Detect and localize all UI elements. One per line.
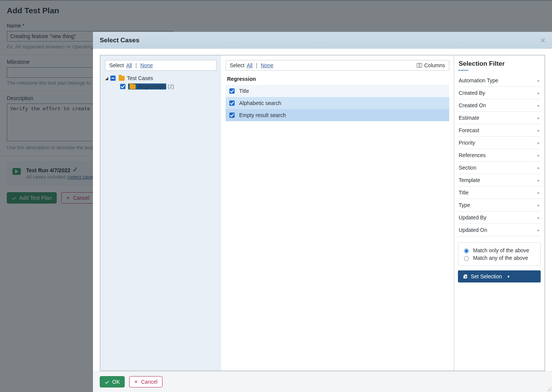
tree-select-none-link[interactable]: None <box>140 62 153 68</box>
case-row[interactable]: Title <box>226 85 449 97</box>
dialog-title: Select Cases <box>100 37 139 44</box>
chevron-right-icon: ▸ <box>538 116 540 120</box>
tree-node-regression[interactable]: ◢ Regression (2) <box>113 82 216 91</box>
case-row[interactable]: Alphabetic search <box>226 97 449 109</box>
filter-panel: Selection Filter Automation Type▸ Create… <box>454 55 545 371</box>
filter-automation-type[interactable]: Automation Type▸ <box>458 74 541 87</box>
filter-created-by[interactable]: Created By▸ <box>458 87 541 99</box>
case-label: Title <box>239 88 249 94</box>
case-row[interactable]: Empty result search <box>226 109 449 121</box>
filter-priority[interactable]: Priority▸ <box>458 137 541 149</box>
case-checkbox[interactable] <box>229 88 235 94</box>
filter-title: Selection Filter <box>459 60 540 68</box>
case-label: Alphabetic search <box>239 100 281 106</box>
filter-forecast[interactable]: Forecast▸ <box>458 124 541 137</box>
filter-type[interactable]: Type▸ <box>458 199 541 211</box>
tree-root-checkbox[interactable] <box>110 76 116 81</box>
case-group-title: Regression <box>227 76 448 82</box>
ok-button[interactable]: OK <box>100 376 125 387</box>
chevron-right-icon: ▸ <box>538 103 540 108</box>
chevron-right-icon: ▸ <box>538 140 540 145</box>
match-any-radio[interactable] <box>464 256 469 261</box>
cases-panel: Select All | None Columns Regression <box>221 55 454 371</box>
case-checkbox[interactable] <box>229 113 235 118</box>
match-only-radio[interactable] <box>464 248 469 253</box>
tree-child-checkbox[interactable] <box>120 84 125 89</box>
filter-references[interactable]: References▸ <box>458 149 541 162</box>
set-selection-button[interactable]: Set Selection ▾ <box>458 270 541 282</box>
chevron-right-icon: ▸ <box>538 190 540 195</box>
cases-select-all-link[interactable]: All <box>247 62 253 68</box>
chevron-right-icon: ▸ <box>538 215 540 220</box>
tree-node-root[interactable]: ◢ Test Cases <box>105 74 216 82</box>
tree-panel: Select All | None ◢ Test Cases <box>100 55 221 371</box>
filter-template[interactable]: Template▸ <box>458 174 541 187</box>
chevron-right-icon: ▸ <box>538 78 540 83</box>
chevron-right-icon: ▸ <box>538 203 540 208</box>
suite-tree: ◢ Test Cases ◢ Regre <box>101 74 221 96</box>
tree-child-count: (2) <box>168 83 174 90</box>
filter-underline <box>458 70 469 71</box>
tree-select-row: Select All | None <box>105 60 216 71</box>
select-cases-dialog: Select Cases × Select All | None ◢ <box>93 32 552 392</box>
cases-select-none-link[interactable]: None <box>261 62 273 68</box>
cases-select-row: Select All | None Columns <box>226 60 449 71</box>
tree-child-label: Regression <box>138 83 165 90</box>
folder-icon <box>130 84 136 89</box>
match-any-option[interactable]: Match any of the above <box>462 255 537 261</box>
case-label: Empty result search <box>239 112 286 118</box>
chevron-right-icon: ▸ <box>538 165 540 170</box>
tree-root-label: Test Cases <box>127 75 153 81</box>
resize-handle[interactable] <box>546 386 551 391</box>
folder-icon <box>119 76 125 81</box>
case-checkbox[interactable] <box>229 100 235 106</box>
collapse-icon[interactable]: ◢ <box>105 76 109 81</box>
chevron-right-icon: ▸ <box>538 228 540 233</box>
filter-updated-by[interactable]: Updated By▸ <box>458 211 541 224</box>
close-icon[interactable]: × <box>541 37 545 44</box>
case-list: Title Alphabetic search Empty result sea… <box>226 85 449 121</box>
filter-section[interactable]: Section▸ <box>458 162 541 174</box>
chevron-right-icon: ▸ <box>538 91 540 96</box>
search-doc-icon <box>462 274 468 279</box>
match-only-option[interactable]: Match only of the above <box>462 247 537 253</box>
tree-select-all-link[interactable]: All <box>126 62 132 68</box>
columns-icon <box>417 63 422 68</box>
match-mode-box: Match only of the above Match any of the… <box>458 242 541 266</box>
filter-created-on[interactable]: Created On▸ <box>458 99 541 112</box>
dialog-footer: OK Cancel <box>93 371 552 392</box>
filter-updated-on[interactable]: Updated On▸ <box>458 224 541 236</box>
dialog-cancel-button[interactable]: Cancel <box>129 376 162 387</box>
dialog-body: Select All | None ◢ Test Cases <box>93 49 552 371</box>
dialog-header: Select Cases × <box>93 32 552 49</box>
filter-title-field[interactable]: Title▸ <box>458 187 541 199</box>
filter-estimate[interactable]: Estimate▸ <box>458 112 541 124</box>
chevron-down-icon: ▾ <box>507 274 510 279</box>
columns-button[interactable]: Columns <box>417 62 445 68</box>
chevron-right-icon: ▸ <box>538 153 540 158</box>
chevron-right-icon: ▸ <box>538 178 540 183</box>
chevron-right-icon: ▸ <box>538 128 540 133</box>
